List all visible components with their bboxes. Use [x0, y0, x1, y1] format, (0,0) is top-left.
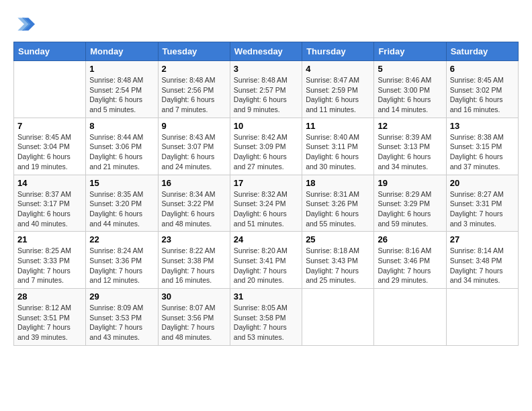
header-day-tuesday: Tuesday [158, 42, 230, 61]
day-cell [14, 61, 86, 118]
day-number: 10 [234, 121, 298, 131]
header-day-sunday: Sunday [14, 42, 86, 61]
day-number: 11 [306, 121, 370, 131]
day-info: Sunrise: 8:31 AMSunset: 3:26 PMDaylight:… [306, 190, 359, 228]
week-row-2: 14Sunrise: 8:37 AMSunset: 3:17 PMDayligh… [14, 175, 519, 232]
day-info: Sunrise: 8:42 AMSunset: 3:09 PMDaylight:… [234, 133, 287, 171]
day-number: 7 [17, 121, 82, 131]
week-row-4: 28Sunrise: 8:12 AMSunset: 3:51 PMDayligh… [14, 289, 519, 346]
day-number: 15 [89, 178, 154, 188]
day-info: Sunrise: 8:46 AMSunset: 3:00 PMDaylight:… [378, 76, 431, 113]
day-cell: 13Sunrise: 8:38 AMSunset: 3:15 PMDayligh… [446, 118, 518, 175]
day-number: 23 [162, 234, 226, 244]
day-info: Sunrise: 8:44 AMSunset: 3:06 PMDaylight:… [89, 133, 143, 171]
day-number: 13 [450, 121, 515, 131]
day-info: Sunrise: 8:20 AMSunset: 3:41 PMDaylight:… [234, 246, 287, 284]
day-info: Sunrise: 8:45 AMSunset: 3:02 PMDaylight:… [450, 76, 504, 113]
day-cell: 15Sunrise: 8:35 AMSunset: 3:20 PMDayligh… [86, 175, 158, 232]
day-cell [374, 289, 446, 346]
day-number: 30 [162, 291, 226, 302]
day-info: Sunrise: 8:47 AMSunset: 2:59 PMDaylight:… [306, 76, 359, 113]
day-cell: 1Sunrise: 8:48 AMSunset: 2:54 PMDaylight… [86, 61, 158, 118]
day-cell: 6Sunrise: 8:45 AMSunset: 3:02 PMDaylight… [446, 61, 518, 118]
day-number: 20 [450, 178, 515, 188]
page-header [13, 13, 519, 35]
day-cell: 19Sunrise: 8:29 AMSunset: 3:29 PMDayligh… [374, 175, 446, 232]
day-number: 22 [89, 234, 154, 244]
day-number: 26 [378, 234, 442, 244]
day-info: Sunrise: 8:38 AMSunset: 3:15 PMDaylight:… [450, 133, 504, 171]
day-number: 31 [234, 291, 298, 302]
day-info: Sunrise: 8:48 AMSunset: 2:57 PMDaylight:… [234, 76, 287, 113]
day-info: Sunrise: 8:05 AMSunset: 3:58 PMDaylight:… [234, 304, 287, 341]
day-number: 29 [89, 291, 154, 302]
day-number: 28 [17, 291, 82, 302]
day-info: Sunrise: 8:43 AMSunset: 3:07 PMDaylight:… [162, 133, 216, 171]
logo-icon [13, 13, 35, 35]
day-info: Sunrise: 8:48 AMSunset: 2:54 PMDaylight:… [89, 76, 143, 113]
day-number: 27 [450, 234, 515, 244]
day-number: 19 [378, 178, 442, 188]
header-day-saturday: Saturday [446, 42, 518, 61]
header-day-thursday: Thursday [302, 42, 374, 61]
day-info: Sunrise: 8:40 AMSunset: 3:11 PMDaylight:… [306, 133, 359, 171]
day-cell: 31Sunrise: 8:05 AMSunset: 3:58 PMDayligh… [230, 289, 302, 346]
day-info: Sunrise: 8:48 AMSunset: 2:56 PMDaylight:… [162, 76, 216, 113]
day-cell: 4Sunrise: 8:47 AMSunset: 2:59 PMDaylight… [302, 61, 374, 118]
day-info: Sunrise: 8:35 AMSunset: 3:20 PMDaylight:… [89, 190, 143, 228]
day-cell: 3Sunrise: 8:48 AMSunset: 2:57 PMDaylight… [230, 61, 302, 118]
day-cell: 28Sunrise: 8:12 AMSunset: 3:51 PMDayligh… [14, 289, 86, 346]
day-info: Sunrise: 8:07 AMSunset: 3:56 PMDaylight:… [162, 304, 216, 341]
day-cell: 23Sunrise: 8:22 AMSunset: 3:38 PMDayligh… [158, 232, 230, 289]
day-number: 18 [306, 178, 370, 188]
day-number: 3 [234, 64, 298, 74]
day-info: Sunrise: 8:25 AMSunset: 3:33 PMDaylight:… [17, 246, 71, 284]
day-number: 6 [450, 64, 515, 74]
day-cell: 5Sunrise: 8:46 AMSunset: 3:00 PMDaylight… [374, 61, 446, 118]
day-cell: 8Sunrise: 8:44 AMSunset: 3:06 PMDaylight… [86, 118, 158, 175]
day-cell: 30Sunrise: 8:07 AMSunset: 3:56 PMDayligh… [158, 289, 230, 346]
header-day-friday: Friday [374, 42, 446, 61]
day-number: 17 [234, 178, 298, 188]
week-row-3: 21Sunrise: 8:25 AMSunset: 3:33 PMDayligh… [14, 232, 519, 289]
day-number: 25 [306, 234, 370, 244]
day-info: Sunrise: 8:27 AMSunset: 3:31 PMDaylight:… [450, 190, 504, 228]
week-row-0: 1Sunrise: 8:48 AMSunset: 2:54 PMDaylight… [14, 61, 519, 118]
day-cell [302, 289, 374, 346]
day-cell: 14Sunrise: 8:37 AMSunset: 3:17 PMDayligh… [14, 175, 86, 232]
header-row: SundayMondayTuesdayWednesdayThursdayFrid… [14, 42, 519, 61]
day-cell: 25Sunrise: 8:18 AMSunset: 3:43 PMDayligh… [302, 232, 374, 289]
day-number: 5 [378, 64, 442, 74]
day-info: Sunrise: 8:32 AMSunset: 3:24 PMDaylight:… [234, 190, 287, 228]
day-info: Sunrise: 8:09 AMSunset: 3:53 PMDaylight:… [89, 304, 143, 341]
day-cell: 29Sunrise: 8:09 AMSunset: 3:53 PMDayligh… [86, 289, 158, 346]
day-cell: 12Sunrise: 8:39 AMSunset: 3:13 PMDayligh… [374, 118, 446, 175]
day-cell: 24Sunrise: 8:20 AMSunset: 3:41 PMDayligh… [230, 232, 302, 289]
day-number: 12 [378, 121, 442, 131]
day-number: 9 [162, 121, 226, 131]
day-cell: 17Sunrise: 8:32 AMSunset: 3:24 PMDayligh… [230, 175, 302, 232]
day-info: Sunrise: 8:12 AMSunset: 3:51 PMDaylight:… [17, 304, 71, 341]
day-info: Sunrise: 8:39 AMSunset: 3:13 PMDaylight:… [378, 133, 431, 171]
day-info: Sunrise: 8:18 AMSunset: 3:43 PMDaylight:… [306, 246, 359, 284]
day-cell [446, 289, 518, 346]
day-cell: 18Sunrise: 8:31 AMSunset: 3:26 PMDayligh… [302, 175, 374, 232]
day-cell: 21Sunrise: 8:25 AMSunset: 3:33 PMDayligh… [14, 232, 86, 289]
day-number: 21 [17, 234, 82, 244]
day-info: Sunrise: 8:16 AMSunset: 3:46 PMDaylight:… [378, 246, 431, 284]
logo [13, 13, 38, 35]
calendar-table: SundayMondayTuesdayWednesdayThursdayFrid… [13, 42, 519, 346]
day-info: Sunrise: 8:24 AMSunset: 3:36 PMDaylight:… [89, 246, 143, 284]
day-info: Sunrise: 8:14 AMSunset: 3:48 PMDaylight:… [450, 246, 504, 284]
day-info: Sunrise: 8:37 AMSunset: 3:17 PMDaylight:… [17, 190, 71, 228]
day-cell: 9Sunrise: 8:43 AMSunset: 3:07 PMDaylight… [158, 118, 230, 175]
day-cell: 2Sunrise: 8:48 AMSunset: 2:56 PMDaylight… [158, 61, 230, 118]
header-day-wednesday: Wednesday [230, 42, 302, 61]
day-number: 24 [234, 234, 298, 244]
header-day-monday: Monday [86, 42, 158, 61]
day-info: Sunrise: 8:22 AMSunset: 3:38 PMDaylight:… [162, 246, 216, 284]
day-cell: 27Sunrise: 8:14 AMSunset: 3:48 PMDayligh… [446, 232, 518, 289]
day-info: Sunrise: 8:29 AMSunset: 3:29 PMDaylight:… [378, 190, 431, 228]
day-number: 1 [89, 64, 154, 74]
day-number: 4 [306, 64, 370, 74]
